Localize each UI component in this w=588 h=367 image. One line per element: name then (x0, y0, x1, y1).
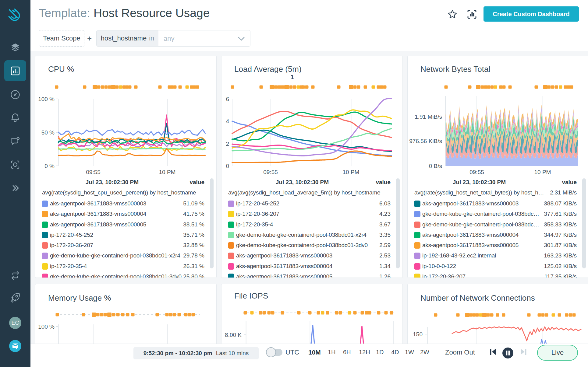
svg-text:0: 0 (226, 163, 229, 169)
svg-text:976.56 KiB/s: 976.56 KiB/s (409, 138, 442, 144)
svg-text:10 PM: 10 PM (159, 169, 176, 175)
svg-text:09:55: 09:55 (263, 169, 278, 175)
svg-text:0 B/s: 0 B/s (429, 163, 442, 169)
svg-text:09:55: 09:55 (469, 169, 484, 175)
svg-text:10 PM: 10 PM (343, 169, 360, 175)
svg-text:100 %: 100 % (38, 96, 55, 102)
svg-text:4: 4 (226, 118, 229, 124)
svg-text:100 %: 100 % (38, 323, 55, 330)
svg-text:8.00 K: 8.00 K (225, 332, 242, 338)
svg-text:0 %: 0 % (44, 163, 55, 169)
svg-text:09:55: 09:55 (86, 169, 101, 175)
svg-text:50 %: 50 % (41, 129, 55, 136)
svg-text:1.91 MiB/s: 1.91 MiB/s (415, 114, 442, 120)
svg-text:10 PM: 10 PM (534, 169, 551, 175)
svg-text:6: 6 (226, 96, 229, 102)
svg-text:2: 2 (226, 141, 229, 147)
svg-text:150: 150 (413, 331, 423, 337)
